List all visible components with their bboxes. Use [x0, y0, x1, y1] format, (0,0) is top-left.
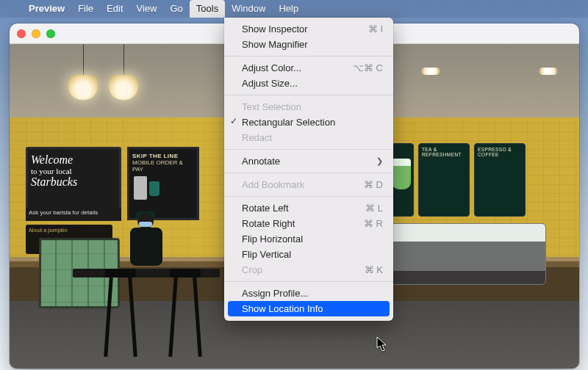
menu-view[interactable]: View [130, 0, 164, 18]
menu-item-shortcut: ⌘ L [365, 203, 383, 214]
menu-item-shortcut: ⌘ I [368, 23, 383, 35]
menu-item-show-inspector[interactable]: Show Inspector⌘ I [224, 21, 393, 37]
menu-item-crop: Crop⌘ K [224, 262, 393, 278]
menu-item-show-magnifier[interactable]: Show Magnifier [224, 37, 393, 52]
bar-stool [105, 269, 136, 357]
window-controls [17, 29, 55, 38]
menu-help[interactable]: Help [272, 0, 305, 18]
menu-item-label: Show Inspector [242, 23, 368, 35]
promo-sign: SKIP THE LINE MOBILE ORDER & PAY [127, 147, 199, 220]
menu-board: TEA & REFRESHMENT [418, 143, 470, 217]
menu-board: ESPRESSO & COFFEE [474, 143, 526, 217]
menu-item-label: Show Magnifier [242, 39, 383, 50]
menu-item-adjust-size[interactable]: Adjust Size... [224, 76, 393, 91]
menu-item-flip-vertical[interactable]: Flip Vertical [224, 247, 393, 262]
menu-app[interactable]: Preview [22, 0, 71, 18]
menu-item-rotate-right[interactable]: Rotate Right⌘ R [224, 216, 393, 231]
menu-item-label: Text Selection [242, 101, 383, 112]
menu-file[interactable]: File [71, 0, 100, 18]
menu-separator [224, 281, 393, 282]
menu-item-rectangular-selection[interactable]: Rectangular Selection [224, 115, 393, 130]
chevron-right-icon: ❯ [376, 156, 383, 166]
tools-menu-dropdown: Show Inspector⌘ IShow MagnifierAdjust Co… [224, 18, 393, 321]
pastry-case [384, 223, 546, 285]
menu-item-label: Assign Profile... [242, 288, 383, 299]
menu-item-label: Rectangular Selection [242, 117, 383, 128]
menu-item-label: Adjust Color... [242, 62, 353, 73]
menu-item-label: Crop [242, 264, 365, 275]
menu-window[interactable]: Window [225, 0, 272, 18]
menu-go[interactable]: Go [163, 0, 189, 18]
menu-item-shortcut: ⌘ K [365, 264, 383, 275]
menu-item-shortcut: ⌘ D [364, 179, 383, 190]
chalkboard-sign: Welcome to your local Starbucks Ask your… [26, 147, 121, 210]
menu-tools[interactable]: Tools [190, 0, 225, 18]
menu-separator [224, 56, 393, 57]
menu-item-text-selection: Text Selection [224, 99, 393, 115]
menu-item-flip-horizontal[interactable]: Flip Horizontal [224, 231, 393, 247]
menu-item-redact: Redact [224, 130, 393, 145]
menu-bar: Preview File Edit View Go Tools Window H… [0, 0, 588, 18]
menu-item-shortcut: ⌥⌘ C [353, 62, 383, 73]
menu-item-label: Flip Horizontal [242, 233, 383, 244]
minimize-button[interactable] [32, 29, 40, 38]
menu-item-annotate[interactable]: Annotate❯ [224, 153, 393, 169]
menu-separator [224, 149, 393, 150]
menu-item-label: Rotate Left [242, 203, 365, 214]
menu-separator [224, 196, 393, 197]
menu-edit[interactable]: Edit [100, 0, 129, 18]
menu-item-rotate-left[interactable]: Rotate Left⌘ L [224, 200, 393, 216]
menu-item-shortcut: ⌘ R [364, 218, 383, 229]
menu-item-label: Flip Vertical [242, 249, 383, 260]
menu-item-label: Annotate [242, 156, 376, 167]
menu-item-label: Rotate Right [242, 218, 364, 229]
barista-figure [126, 213, 167, 272]
menu-item-assign-profile[interactable]: Assign Profile... [224, 286, 393, 301]
menu-item-label: Show Location Info [242, 303, 383, 314]
menu-item-label: Add Bookmark [242, 179, 364, 190]
menu-item-label: Redact [242, 132, 383, 143]
menu-item-adjust-color[interactable]: Adjust Color...⌥⌘ C [224, 60, 393, 76]
menu-item-add-bookmark: Add Bookmark⌘ D [224, 177, 393, 192]
bar-stool [170, 269, 201, 357]
zoom-button[interactable] [46, 29, 55, 38]
menu-item-label: Adjust Size... [242, 78, 383, 89]
menu-separator [224, 173, 393, 173]
drink-photo [392, 159, 411, 189]
menu-item-show-location-info[interactable]: Show Location Info [228, 301, 390, 316]
close-button[interactable] [17, 29, 26, 38]
menu-separator [224, 95, 393, 95]
